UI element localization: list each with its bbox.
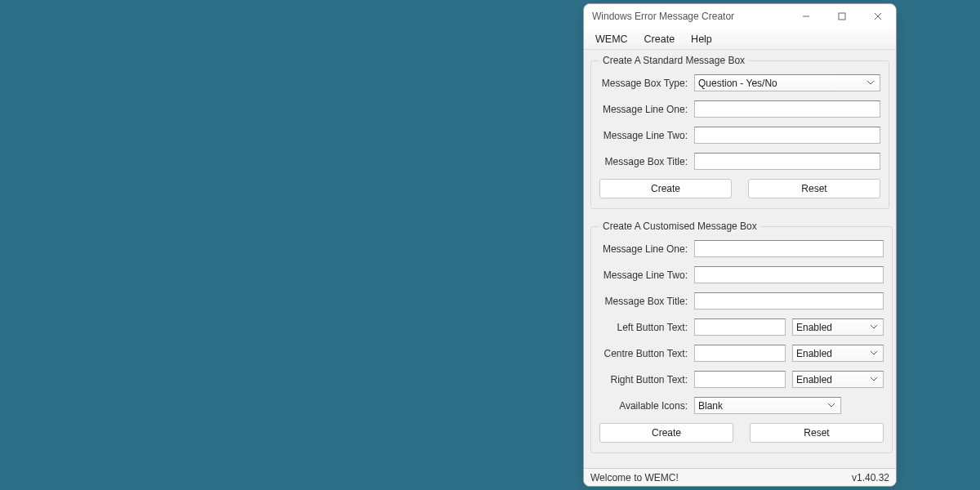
custom-legend: Create A Customised Message Box [599, 220, 760, 232]
standard-legend: Create A Standard Message Box [599, 55, 748, 66]
clabel-line2: Message Line Two: [599, 270, 694, 281]
statusbar: Welcome to WEMC! v1.40.32 [584, 468, 896, 486]
menu-wemc[interactable]: WEMC [587, 31, 636, 47]
version-text: v1.40.32 [852, 472, 889, 483]
minimize-button[interactable] [788, 4, 824, 29]
crow-line2: Message Line Two: [599, 266, 884, 283]
centre-button-state-value: Enabled [796, 348, 868, 359]
chevron-down-icon [868, 325, 880, 330]
svg-rect-1 [839, 13, 845, 20]
standard-title-input[interactable] [694, 153, 880, 170]
available-icons-select[interactable]: Blank [694, 397, 841, 414]
clabel-icons: Available Icons: [599, 400, 694, 412]
standard-group: Create A Standard Message Box Message Bo… [590, 55, 889, 209]
row-line2: Message Line Two: [599, 127, 880, 144]
centre-button-text-input[interactable] [694, 345, 786, 362]
label-line1: Message Line One: [599, 104, 694, 115]
crow-line1: Message Line One: [599, 240, 884, 257]
custom-line2-input[interactable] [694, 266, 884, 283]
status-text: Welcome to WEMC! [590, 472, 852, 483]
custom-line1-input[interactable] [694, 240, 884, 257]
maximize-icon [838, 12, 846, 20]
custom-group: Create A Customised Message Box Message … [590, 220, 893, 453]
clabel-line1: Message Line One: [599, 243, 694, 255]
chevron-down-icon [868, 351, 880, 356]
close-icon [874, 12, 882, 20]
chevron-down-icon [826, 403, 837, 408]
left-button-state-value: Enabled [796, 322, 868, 333]
message-box-type-select[interactable]: Question - Yes/No [694, 74, 880, 91]
row-line1: Message Line One: [599, 100, 880, 118]
chevron-down-icon [868, 377, 880, 382]
label-box-type: Message Box Type: [599, 78, 694, 89]
right-button-text-input[interactable] [694, 371, 786, 388]
crow-centre: Centre Button Text: Enabled [599, 345, 884, 362]
standard-line2-input[interactable] [694, 127, 880, 144]
clabel-left: Left Button Text: [599, 322, 694, 333]
custom-create-button[interactable]: Create [599, 423, 733, 443]
crow-right: Right Button Text: Enabled [599, 371, 884, 388]
crow-icons: Available Icons: Blank [599, 397, 884, 414]
standard-line1-input[interactable] [694, 100, 880, 118]
menubar: WEMC Create Help [584, 29, 896, 50]
crow-title: Message Box Title: [599, 292, 884, 310]
row-type: Message Box Type: Question - Yes/No [599, 74, 880, 91]
label-title: Message Box Title: [599, 156, 694, 167]
standard-create-button[interactable]: Create [599, 179, 732, 198]
clabel-right: Right Button Text: [599, 374, 694, 385]
minimize-icon [802, 12, 810, 20]
menu-create[interactable]: Create [636, 31, 684, 47]
right-button-state-value: Enabled [796, 374, 868, 385]
centre-button-state-select[interactable]: Enabled [792, 345, 884, 362]
app-window: Windows Error Message Creator WEMC Creat… [583, 3, 897, 487]
standard-buttons: Create Reset [599, 179, 880, 198]
standard-reset-button[interactable]: Reset [748, 179, 880, 198]
close-button[interactable] [860, 4, 896, 29]
available-icons-value: Blank [698, 400, 826, 412]
maximize-button[interactable] [824, 4, 860, 29]
custom-reset-button[interactable]: Reset [750, 423, 884, 443]
window-title: Windows Error Message Creator [592, 11, 788, 22]
crow-left: Left Button Text: Enabled [599, 318, 884, 336]
left-button-text-input[interactable] [694, 318, 786, 336]
left-button-state-select[interactable]: Enabled [792, 318, 884, 336]
custom-title-input[interactable] [694, 292, 884, 310]
chevron-down-icon [865, 81, 876, 86]
message-box-type-value: Question - Yes/No [698, 78, 865, 89]
custom-buttons: Create Reset [599, 423, 884, 443]
content-area: Create A Standard Message Box Message Bo… [584, 50, 896, 468]
right-button-state-select[interactable]: Enabled [792, 371, 884, 388]
label-line2: Message Line Two: [599, 130, 694, 141]
row-title: Message Box Title: [599, 153, 880, 170]
menu-help[interactable]: Help [683, 31, 720, 47]
titlebar: Windows Error Message Creator [584, 4, 896, 29]
clabel-centre: Centre Button Text: [599, 348, 694, 359]
clabel-title: Message Box Title: [599, 296, 694, 307]
